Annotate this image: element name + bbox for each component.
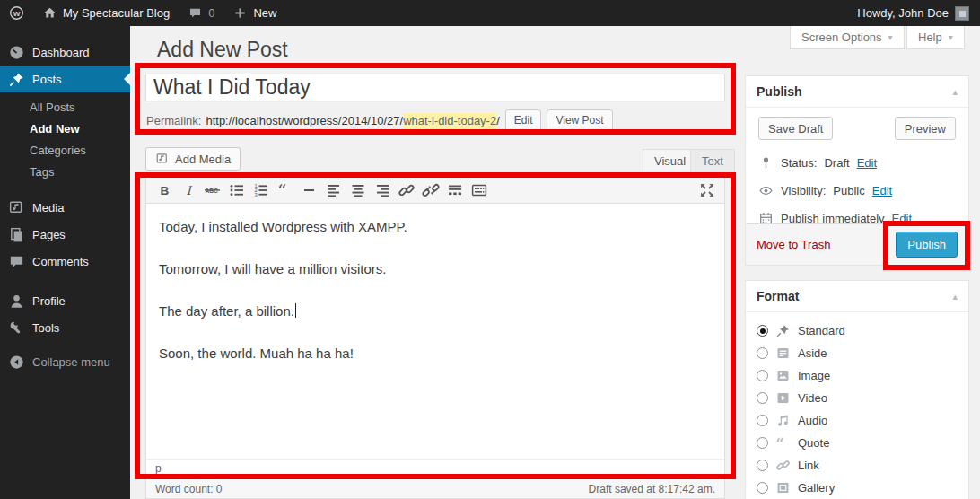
radio-aside[interactable] (757, 347, 768, 359)
avatar (955, 6, 969, 21)
sidebar-item-comments[interactable]: Comments (0, 248, 130, 275)
add-media-label: Add Media (175, 153, 231, 166)
remove-link-icon[interactable] (418, 179, 442, 201)
svg-text:W: W (13, 10, 21, 18)
radio-video[interactable] (757, 392, 768, 404)
pushpin-icon (8, 71, 25, 88)
sidebar-label: Media (32, 201, 64, 214)
fullscreen-icon[interactable] (695, 179, 719, 201)
format-option-video: Video (746, 387, 968, 409)
format-option-aside: Aside (746, 342, 968, 364)
submenu-item-add-new[interactable]: Add New (0, 118, 130, 140)
comments-menu[interactable]: 0 (179, 0, 223, 26)
toolbar-toggle-icon[interactable] (467, 179, 491, 201)
sidebar-label: Collapse menu (32, 355, 110, 369)
radio-quote[interactable] (757, 437, 768, 449)
wordpress-admin-add-new-post: W My Spectacular Blog 0 New Howdy, John … (0, 0, 980, 499)
format-option-gallery: Gallery (746, 477, 968, 499)
preview-button[interactable]: Preview (895, 117, 956, 140)
format-label: Aside (798, 346, 827, 360)
radio-image[interactable] (757, 370, 768, 381)
post-title-input[interactable] (145, 74, 725, 101)
new-content-menu[interactable]: New (223, 0, 285, 26)
publish-box-footer: Move to Trash Publish (746, 223, 968, 265)
permalink-base: http://localhost/wordpress/2014/10/27/ (206, 114, 403, 127)
submenu-item-all-posts[interactable]: All Posts (0, 97, 130, 118)
submenu-item-categories[interactable]: Categories (0, 140, 130, 162)
add-media-button[interactable]: Add Media (145, 147, 241, 171)
video-icon (775, 390, 791, 406)
publish-box-body: Save Draft Preview Status: Draft Edit Vi… (746, 108, 968, 240)
text-cursor (295, 303, 296, 318)
insert-more-tag-icon[interactable] (442, 179, 467, 201)
toggle-up-icon[interactable]: ▴ (952, 291, 958, 302)
image-icon (775, 368, 791, 383)
view-post-button[interactable]: View Post (547, 109, 612, 131)
sidebar-label: Posts (32, 73, 62, 86)
publish-box-title: Publish (757, 84, 802, 99)
sidebar-item-dashboard[interactable]: Dashboard (0, 39, 130, 66)
strikethrough-icon[interactable]: ABC (200, 179, 224, 201)
italic-icon[interactable]: I (176, 179, 200, 201)
sidebar-item-profile[interactable]: Profile (0, 287, 130, 314)
editor-paragraph: Tomorrow, I will have a million visitors… (159, 259, 712, 278)
radio-audio[interactable] (757, 415, 768, 426)
submenu-item-tags[interactable]: Tags (0, 162, 130, 183)
sidebar-item-collapse-menu[interactable]: Collapse menu (0, 348, 130, 375)
screen-options-tab[interactable]: Screen Options ▾ (790, 26, 905, 49)
bold-icon[interactable]: B (152, 179, 176, 201)
edit-status-link[interactable]: Edit (857, 156, 877, 170)
radio-link[interactable] (757, 460, 768, 471)
align-left-icon[interactable] (321, 179, 346, 201)
wordpress-menu[interactable]: W (0, 0, 33, 26)
permalink-row: Permalink: http://localhost/wordpress/20… (146, 109, 726, 132)
site-name-menu[interactable]: My Spectacular Blog (33, 0, 179, 26)
profile-icon (8, 293, 25, 310)
help-label: Help (918, 31, 942, 44)
bulleted-list-icon[interactable] (224, 179, 249, 201)
blockquote-icon[interactable]: “ (273, 179, 297, 201)
account-menu[interactable]: Howdy, John Doe (857, 6, 980, 21)
align-center-icon[interactable] (346, 179, 370, 201)
publish-button[interactable]: Publish (896, 232, 958, 258)
move-to-trash-link[interactable]: Move to Trash (757, 238, 830, 251)
collapse-icon (8, 354, 25, 371)
save-draft-button[interactable]: Save Draft (758, 117, 833, 140)
edit-visibility-link[interactable]: Edit (872, 184, 892, 197)
numbered-list-icon[interactable]: 123 (249, 179, 273, 201)
permalink-slug: what-i-did-today-2 (403, 113, 496, 128)
svg-text:B: B (160, 183, 169, 197)
sidebar-item-tools[interactable]: Tools (0, 314, 130, 341)
posts-submenu: All Posts Add New Categories Tags (0, 92, 130, 194)
publish-box-header[interactable]: Publish ▴ (746, 76, 968, 108)
visibility-row: Visibility: Public Edit (746, 177, 968, 205)
post-status-icon (758, 155, 774, 171)
format-box-title: Format (757, 289, 799, 303)
site-name: My Spectacular Blog (63, 6, 170, 20)
word-count: Word count: 0 (155, 483, 222, 495)
format-box: Format ▴ Standard Aside (745, 280, 969, 499)
tab-text[interactable]: Text (690, 149, 735, 173)
toggle-up-icon[interactable]: ▴ (952, 86, 958, 98)
align-right-icon[interactable] (370, 179, 394, 201)
editor-content-area[interactable]: Today, I installed Wordpress with XAMPP.… (146, 204, 724, 459)
permalink-label: Permalink: (146, 114, 201, 127)
insert-link-icon[interactable] (394, 179, 418, 201)
chevron-down-icon: ▾ (888, 32, 893, 42)
format-box-header[interactable]: Format ▴ (746, 281, 968, 312)
help-tab[interactable]: Help ▾ (906, 26, 965, 49)
audio-icon (775, 413, 791, 428)
radio-standard[interactable] (757, 325, 768, 337)
sidebar-item-pages[interactable]: Pages (0, 221, 130, 248)
edit-permalink-button[interactable]: Edit (505, 109, 542, 131)
page-title: Add New Post (157, 38, 288, 62)
format-option-link: Link (746, 454, 968, 477)
sidebar-item-media[interactable]: Media (0, 194, 130, 221)
radio-gallery[interactable] (757, 482, 768, 494)
tab-visual[interactable]: Visual (643, 149, 697, 173)
svg-text:I: I (186, 182, 193, 197)
sidebar-item-posts[interactable]: Posts (0, 66, 130, 92)
horizontal-rule-icon[interactable] (297, 179, 321, 201)
status-value: Draft (824, 156, 849, 170)
link-icon (775, 458, 791, 473)
